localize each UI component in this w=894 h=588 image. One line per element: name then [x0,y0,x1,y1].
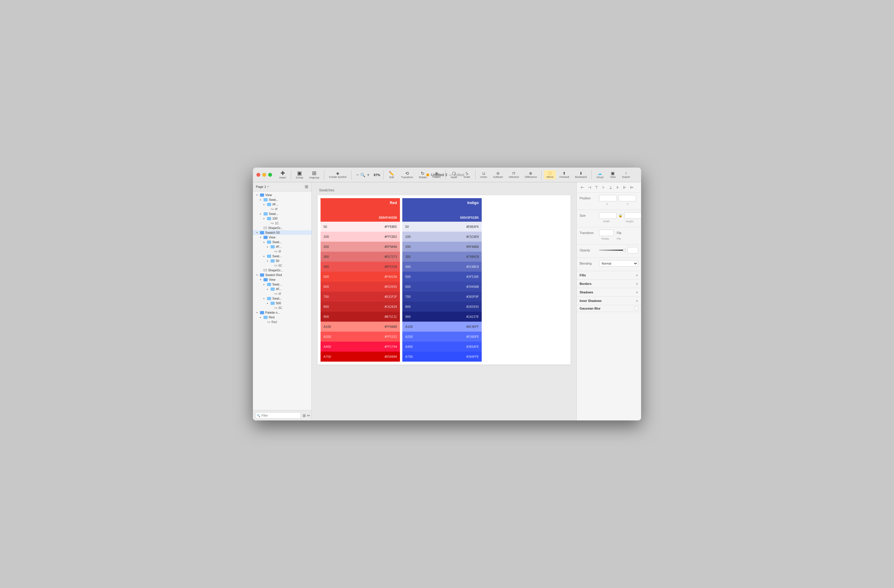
insert-button[interactable]: ✚ Insert [277,170,288,180]
tree-item-swat-2[interactable]: ▸ Swat... [253,211,311,216]
borders-section-header[interactable]: Borders + [577,280,641,288]
add-page-icon[interactable]: ⊞ [305,184,308,189]
fills-add-icon[interactable]: + [636,273,638,277]
tree-item-shapegr-2[interactable]: ShapeGr... [253,268,311,273]
tree-item-red-text[interactable]: Aa Red [253,320,311,324]
cloud-button[interactable]: ☁ Cloud [594,170,606,179]
subtract-button[interactable]: ⊖ Subtract [491,170,506,179]
ungroup-button[interactable]: ⊞ Ungroup [307,170,322,180]
align-left-button[interactable]: ⊢ [579,184,586,190]
borders-label: Borders [580,282,591,285]
tree-item-swat-4[interactable]: ▸ Swat... [253,254,311,258]
tree-item-swatch50[interactable]: ▾ Swatch 50 [253,230,311,235]
view-button[interactable]: ▣ View [607,170,619,179]
backward-button[interactable]: ⬇ Backward [572,170,589,179]
flip-button[interactable]: Flip [616,231,622,235]
tree-item-view-1[interactable]: ▾ View [253,193,311,197]
transform-button[interactable]: ⟲ Transform [399,170,415,179]
opacity-thumb[interactable] [623,249,626,252]
tree-item-swat-6[interactable]: ▸ Swat... [253,296,311,301]
tree-item-hashf-3[interactable]: ▸ #F... [253,286,311,291]
difference-button[interactable]: ⊕ Difference [523,170,539,179]
union-button[interactable]: ⊔ Union [478,170,490,179]
mirror-button[interactable]: ⬡ Mirror [544,170,556,179]
borders-add-icon[interactable]: + [636,281,638,286]
group-button[interactable]: ▣ Group [293,170,305,180]
opacity-slider[interactable] [599,250,626,251]
tree-item-view-2[interactable]: ▾ View [253,235,311,240]
export-button[interactable]: ↑ Export [620,170,632,179]
distribute-v-button[interactable]: ⊨ [628,184,635,190]
blending-select[interactable]: Normal Multiply Screen Overlay [599,260,638,267]
align-top-button[interactable]: ⊦ [600,184,607,190]
tree-item-text-5[interactable]: Aa #f [253,291,311,296]
grid-view-icon[interactable]: ⊞ [303,413,306,418]
swatch-row-hex: #3F51B5 [467,275,479,279]
tree-item-swat-3[interactable]: ▸ Swat... [253,240,311,244]
rotate-input[interactable] [599,230,614,236]
swatch-row: 600 #3949AB [402,282,482,292]
zoom-plus-button[interactable]: + [366,172,370,178]
inner-shadows-section-header[interactable]: Inner Shadows + [577,297,641,305]
tree-item-shapegr-1[interactable]: ShapeGr... [253,226,311,230]
text-icon: Aa [270,222,274,225]
tree-item-swat-5[interactable]: ▸ Swat... [253,282,311,286]
swatch-row-num: 500 [405,275,411,279]
fills-label: Fills [580,273,586,277]
align-right-button[interactable]: ⊤ [593,184,600,190]
tree-item-hashf-2[interactable]: ▸ #F... [253,244,311,249]
tree-item-50[interactable]: ▸ 50 [253,258,311,263]
tree-item-hashf-1[interactable]: ▸ #F... [253,202,311,207]
tree-item-100[interactable]: ▸ 100 [253,216,311,221]
tree-item-text-4[interactable]: Aa 5C [253,263,311,268]
swatch-row-hex: #FF1744 [385,345,397,348]
swatch-row-num: 800 [323,305,329,308]
align-center-v-button[interactable]: ⊥ [607,184,614,190]
lock-icon[interactable]: 🔒 [618,214,622,217]
canvas[interactable]: Swatches Red 500 #F44336 50 #FFEBEE 100 … [312,182,576,421]
height-label: Height [621,220,639,223]
forward-button[interactable]: ⬆ Forward [557,170,571,179]
height-input[interactable] [624,212,641,219]
create-symbol-button[interactable]: ◈ Create Symbol [327,170,349,179]
tree-item-view-3[interactable]: ▾ View [253,277,311,282]
fills-section-header[interactable]: Fills + [577,271,641,280]
tree-item-text-3[interactable]: Aa #f [253,249,311,254]
title-chevron-icon[interactable]: ▾ [466,173,468,177]
swatch-row: 900 #1A237E [402,312,482,322]
arrow-icon: ▾ [259,235,262,239]
tree-item-text-2[interactable]: Aa 1C [253,221,311,226]
tree-item-swatch-red[interactable]: ▾ Swatch Red [253,273,311,277]
align-center-h-button[interactable]: ⊣ [586,184,593,190]
opacity-input[interactable] [628,247,638,253]
backward-label: Backward [575,175,587,178]
tree-item-red-folder[interactable]: ▸ Red [253,315,311,320]
minimize-button[interactable] [262,173,266,177]
arrow-icon: ▸ [262,240,266,244]
tree-item-swat-1[interactable]: ▸ Swat... [253,197,311,202]
intersect-button[interactable]: ⊓ Intersect [506,170,521,179]
inner-shadows-add-icon[interactable]: + [636,299,638,303]
width-input[interactable] [599,212,617,219]
zoom-minus-button[interactable]: − [356,172,359,178]
shadows-add-icon[interactable]: + [636,290,638,295]
tree-item-palette[interactable]: ▾ Palette n... [253,310,311,315]
maximize-button[interactable] [268,173,272,177]
y-input[interactable] [618,195,636,201]
align-bottom-button[interactable]: ⊧ [614,184,621,190]
shadows-section-header[interactable]: Shadows + [577,288,641,297]
rotate-icon: ↻ [421,171,424,175]
gaussian-blur-checkbox[interactable] [634,307,638,310]
swatch-row-num: 100 [405,235,411,238]
wh-labels: Width Height [580,220,638,223]
page-selector[interactable]: Page 1 ▾ [256,185,269,188]
close-button[interactable] [257,173,260,177]
x-input[interactable] [599,195,617,201]
tree-item-text-6[interactable]: Aa 5C [253,306,311,310]
filter-input[interactable] [255,412,301,419]
distribute-h-button[interactable]: ⊩ [621,184,628,190]
edit-layers-icon[interactable]: ✏ [307,413,310,418]
tree-item-text-1[interactable]: Aa #f [253,207,311,211]
edit-button[interactable]: ✏️ Edit [386,170,397,179]
tree-item-500[interactable]: ▸ 500 [253,301,311,306]
